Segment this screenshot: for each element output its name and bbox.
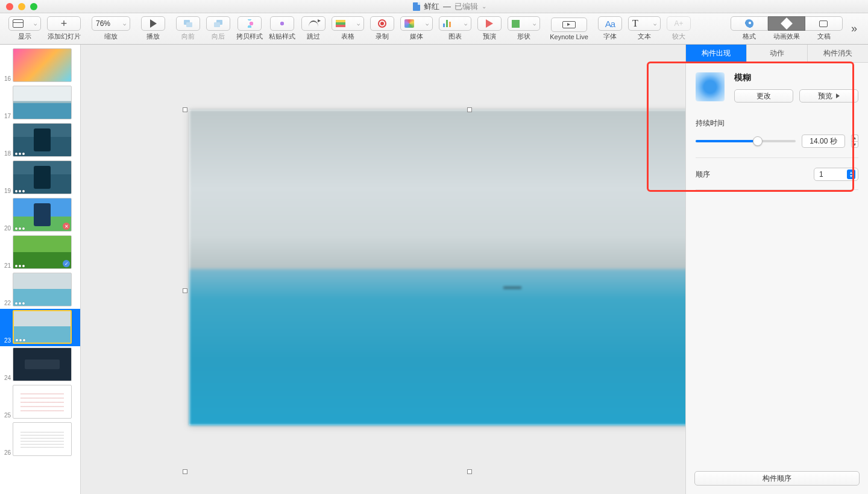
paste-format-button[interactable] — [270, 16, 294, 31]
canvas[interactable] — [81, 45, 685, 494]
document-tab[interactable] — [805, 16, 843, 31]
format-tab[interactable] — [731, 16, 768, 31]
forward-button[interactable] — [176, 16, 200, 31]
slide-thumbnail[interactable]: 22 — [0, 271, 80, 309]
copyfmt-label: 拷贝样式 — [236, 32, 263, 41]
text-icon: T — [632, 18, 638, 29]
slide-number: 23 — [2, 337, 11, 344]
tab-action[interactable]: 动作 — [747, 45, 808, 62]
resize-handle[interactable] — [183, 288, 187, 293]
toolbar: ⌵ 显示 + 添加幻灯片 76%⌵ 缩放 播放 向前 向后 拷贝样式 粘贴样式 … — [0, 13, 868, 45]
slide-thumbnail[interactable]: 20✕ — [0, 197, 80, 234]
record-button[interactable] — [370, 16, 394, 31]
paste-format-icon — [278, 19, 286, 28]
preview-button[interactable] — [477, 16, 502, 31]
font-button[interactable]: Aa — [598, 16, 622, 31]
slide-number: 20 — [2, 225, 11, 232]
thumbnail-image — [13, 160, 72, 194]
change-effect-button[interactable]: 更改 — [734, 89, 793, 103]
bring-forward-icon — [184, 20, 192, 27]
effect-name: 模糊 — [734, 72, 858, 83]
zoom-value: 76% — [96, 19, 110, 28]
slide-thumbnail[interactable]: 24 — [0, 346, 80, 384]
slide-thumbnail[interactable]: 17 — [0, 84, 80, 122]
zoom-select[interactable]: 76%⌵ — [92, 16, 130, 31]
slide-thumbnail[interactable]: 19 — [0, 159, 80, 197]
view-label: 显示 — [18, 32, 31, 41]
close-icon[interactable] — [6, 3, 13, 10]
titlebar: 鲜红 — 已编辑 ⌄ — [0, 0, 868, 13]
slide-thumbnail[interactable]: 21✓ — [0, 234, 80, 271]
shape-label: 形状 — [517, 32, 530, 41]
minimize-icon[interactable] — [18, 3, 25, 10]
record-icon — [378, 19, 386, 28]
resize-handle[interactable] — [467, 469, 472, 474]
view-button[interactable]: ⌵ — [8, 16, 41, 31]
text-button[interactable]: T⌵ — [628, 16, 661, 31]
table-label: 表格 — [341, 32, 354, 41]
chart-icon — [443, 20, 453, 27]
order-select[interactable]: 1 ▲▼ — [814, 168, 858, 181]
table-button[interactable]: ⌵ — [332, 16, 364, 31]
maximize-icon[interactable] — [30, 3, 37, 10]
copy-format-button[interactable] — [237, 16, 262, 31]
thumbnail-image: ✓ — [13, 235, 72, 269]
selection-outline — [185, 110, 685, 472]
inspector-mode-segment — [731, 16, 843, 31]
toolbar-overflow-button[interactable]: » — [846, 22, 862, 35]
thumbnail-image — [13, 347, 72, 381]
thumbnail-image — [13, 123, 72, 157]
animate-tab[interactable] — [768, 16, 805, 31]
add-slide-button[interactable]: + — [47, 16, 81, 31]
duration-field[interactable]: 14.00 秒 — [802, 135, 845, 148]
thumbnail-image — [13, 48, 72, 82]
view-icon — [13, 19, 24, 28]
shape-icon — [512, 20, 520, 28]
window-controls — [6, 3, 37, 10]
skip-button[interactable] — [301, 16, 326, 31]
media-icon — [404, 19, 414, 28]
media-button[interactable]: ⌵ — [400, 16, 433, 31]
duration-stepper[interactable]: ▲▼ — [851, 135, 858, 148]
resize-handle[interactable] — [183, 107, 187, 112]
zoom-label: 缩放 — [104, 32, 118, 41]
tab-build-in[interactable]: 构件出现 — [686, 45, 747, 62]
play-icon — [836, 93, 840, 98]
chart-button[interactable]: ⌵ — [439, 16, 471, 31]
tab-build-out[interactable]: 构件消失 — [808, 45, 868, 62]
duration-label: 持续时间 — [696, 118, 858, 128]
format-icon — [744, 19, 753, 28]
slide-number: 17 — [2, 113, 11, 119]
document-icon — [819, 21, 828, 27]
send-backward-icon — [214, 20, 222, 27]
resize-handle[interactable] — [467, 107, 472, 112]
slide-thumbnail[interactable]: 18 — [0, 122, 80, 159]
slide-number: 26 — [2, 449, 11, 456]
bigger-button[interactable]: A+ — [667, 16, 691, 31]
effect-thumbnail — [696, 72, 725, 101]
play-button[interactable] — [141, 16, 165, 31]
thumbnail-image — [13, 385, 72, 419]
keynote-live-button[interactable] — [551, 17, 587, 32]
resize-handle[interactable] — [183, 469, 187, 474]
live-label: Keynote Live — [550, 33, 588, 40]
play-icon — [150, 19, 157, 28]
slider-knob[interactable] — [753, 136, 763, 146]
thumbnail-image — [13, 310, 72, 344]
text-label: 文本 — [638, 32, 651, 41]
slide-number: 24 — [2, 375, 11, 381]
slide-thumbnail[interactable]: 25 — [0, 384, 80, 421]
preview-effect-button[interactable]: 预览 — [799, 89, 858, 103]
build-order-button[interactable]: 构件顺序 — [694, 471, 860, 486]
shape-button[interactable]: ⌵ — [508, 16, 540, 31]
slide-thumbnail[interactable]: 23 — [0, 309, 80, 346]
backward-button[interactable] — [206, 16, 230, 31]
chevron-down-icon[interactable]: ⌄ — [482, 3, 486, 10]
duration-slider[interactable] — [696, 140, 796, 142]
slide-thumbnail[interactable]: 26 — [0, 421, 80, 458]
slide-navigator[interactable]: 1617181920✕21✓2223242526 — [0, 45, 81, 494]
thumbnail-image — [13, 422, 72, 456]
thumbnail-image — [13, 86, 72, 119]
animate-icon — [781, 17, 793, 30]
slide-thumbnail[interactable]: 16 — [0, 47, 80, 84]
